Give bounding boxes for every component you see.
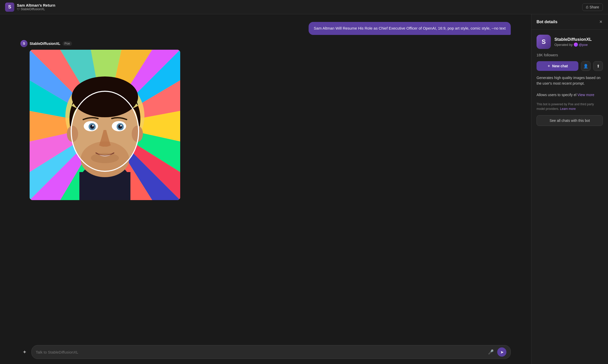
generated-image-svg — [30, 50, 180, 200]
new-chat-label: New chat — [552, 64, 568, 68]
svg-point-7 — [67, 126, 78, 142]
user-bubble: Sam Altman Will Resume His Role as Chief… — [309, 22, 511, 35]
see-all-chats-button[interactable]: See all chats with this bot — [537, 115, 603, 126]
microphone-button[interactable]: 🎤 — [487, 348, 495, 356]
plus-icon: ＋ — [547, 64, 551, 68]
bot-details-panel: Bot details × S StableDiffusionXL Operat… — [531, 14, 608, 364]
bot-description-text: Generates high quality images based on t… — [537, 76, 601, 85]
send-icon: ➤ — [500, 350, 504, 355]
share-icon: ⎙ — [586, 5, 588, 9]
panel-actions: ＋ New chat 👤 ⬆ — [537, 61, 603, 71]
svg-point-8 — [132, 126, 143, 142]
operated-by-label: Operated by — [554, 43, 573, 47]
app-avatar: S — [5, 3, 14, 12]
bot-message: S StableDiffusionXL Poe — [20, 40, 511, 200]
see-all-chats-label: See all chats with this bot — [550, 119, 590, 123]
svg-point-14 — [118, 125, 122, 129]
bot-subtitle-name: StableDiffusionXL — [21, 7, 45, 11]
send-button[interactable]: ➤ — [497, 347, 506, 357]
chat-input-area: ✦ 🎤 ➤ — [0, 341, 531, 364]
person-icon: 👤 — [583, 64, 588, 69]
microphone-icon: 🎤 — [488, 349, 494, 355]
view-more-link[interactable]: View more — [577, 93, 594, 97]
followers-count: 18K followers — [537, 53, 603, 57]
magic-wand-button[interactable]: ✦ — [20, 347, 29, 357]
bot-generated-image — [30, 50, 180, 200]
magic-wand-icon: ✦ — [22, 349, 27, 355]
bot-operated-by: Operated by @poe — [554, 43, 592, 47]
poe-badge: Poe — [63, 41, 72, 46]
input-wrapper: 🎤 ➤ — [31, 345, 511, 359]
chat-input[interactable] — [36, 350, 484, 354]
upload-icon: ⬆ — [597, 64, 600, 69]
svg-point-17 — [91, 153, 119, 163]
svg-point-16 — [120, 125, 122, 126]
bot-info-text: StableDiffusionXL Operated by @poe — [554, 37, 592, 47]
header-subtitle: 🛡 StableDiffusionXL — [17, 7, 55, 11]
upload-bot-button[interactable]: ⬆ — [593, 61, 603, 71]
bot-info-row: S StableDiffusionXL Operated by @poe — [537, 35, 603, 49]
bot-message-header: S StableDiffusionXL Poe — [20, 40, 511, 47]
panel-body: S StableDiffusionXL Operated by @poe 18K… — [531, 30, 608, 131]
bot-message-name: StableDiffusionXL — [30, 42, 60, 46]
shield-icon: 🛡 — [17, 8, 20, 11]
share-button[interactable]: ⎙ Share — [582, 3, 603, 11]
header-title-block: Sam Altman's Return 🛡 StableDiffusionXL — [17, 3, 55, 11]
chat-area: Sam Altman Will Resume His Role as Chief… — [0, 14, 531, 364]
share-bot-button[interactable]: 👤 — [581, 61, 591, 71]
header-left: S Sam Altman's Return 🛡 StableDiffusionX… — [5, 3, 582, 12]
page-title: Sam Altman's Return — [17, 3, 55, 7]
bot-message-avatar: S — [20, 40, 28, 47]
app-header: S Sam Altman's Return 🛡 StableDiffusionX… — [0, 0, 608, 14]
new-chat-button[interactable]: ＋ New chat — [537, 61, 578, 71]
bot-description: Generates high quality images based on t… — [537, 75, 603, 98]
close-panel-button[interactable]: × — [599, 18, 603, 25]
main-layout: Sam Altman Will Resume His Role as Chief… — [0, 14, 608, 364]
svg-point-13 — [90, 125, 94, 129]
learn-more-link[interactable]: Learn more — [560, 107, 576, 111]
operator-avatar — [574, 43, 578, 47]
svg-point-15 — [92, 125, 94, 126]
bot-panel-name: StableDiffusionXL — [554, 37, 592, 42]
bot-panel-avatar: S — [537, 35, 551, 49]
panel-title: Bot details — [537, 20, 557, 24]
operator-name: @poe — [579, 43, 588, 47]
share-label: Share — [590, 5, 599, 9]
bot-description-more-text: Allows users to specify el — [537, 93, 576, 97]
header-right: ⎙ Share — [582, 3, 603, 11]
close-icon: × — [599, 19, 602, 25]
powered-by-text: This bot is powered by Poe and third par… — [537, 102, 603, 111]
chat-messages: Sam Altman Will Resume His Role as Chief… — [0, 14, 531, 341]
user-message: Sam Altman Will Resume His Role as Chief… — [20, 22, 511, 35]
user-message-text: Sam Altman Will Resume His Role as Chief… — [314, 26, 506, 30]
panel-header: Bot details × — [531, 14, 608, 30]
